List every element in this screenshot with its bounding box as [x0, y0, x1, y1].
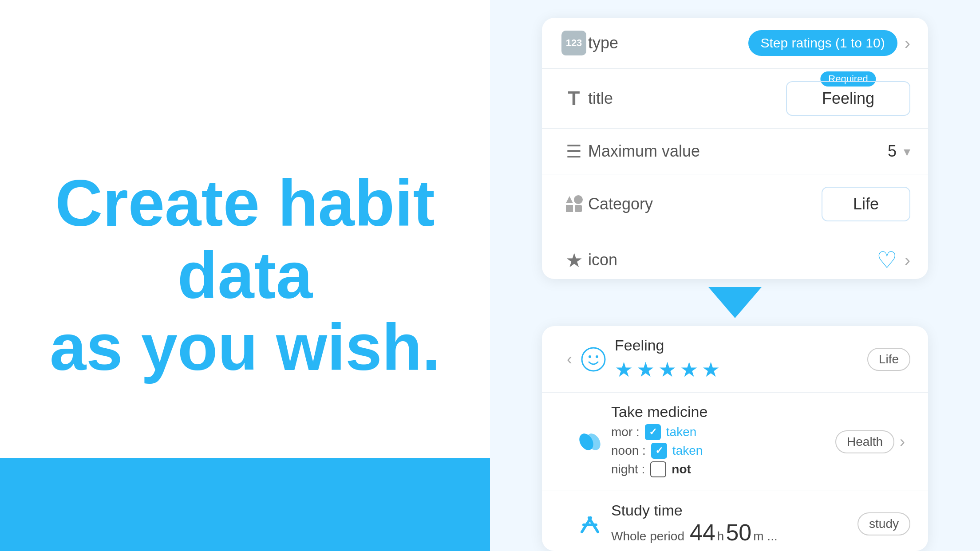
medicine-noon-row: noon : ✓ taken: [611, 443, 835, 459]
category-input[interactable]: Life: [822, 187, 910, 221]
night-status: not: [672, 462, 691, 476]
right-section: 123 type Step ratings (1 to 10) › T titl…: [490, 0, 980, 551]
arrow-down-icon: [708, 287, 762, 318]
noon-status: taken: [672, 444, 703, 458]
icon-row: ★ icon ♡ ›: [542, 234, 928, 279]
form-card: 123 type Step ratings (1 to 10) › T titl…: [542, 18, 928, 279]
type-value[interactable]: Step ratings (1 to 10) ›: [748, 30, 910, 56]
feeling-category-tag: Life: [867, 348, 910, 371]
icon-value[interactable]: ♡ ›: [877, 247, 910, 273]
night-checkbox[interactable]: [650, 461, 666, 477]
title-input-wrapper: Required Feeling: [786, 81, 910, 116]
text-icon: T: [568, 87, 580, 110]
study-content: Study time Whole period 44 h 50 m ...: [604, 502, 858, 546]
study-category-tag: study: [858, 512, 910, 535]
mor-checkbox[interactable]: ✓: [645, 424, 661, 440]
study-time-display: Whole period 44 h 50 m ...: [611, 519, 858, 546]
maxvalue-number: 5: [888, 142, 897, 161]
svg-rect-2: [566, 205, 573, 212]
icon-chevron-icon[interactable]: ›: [905, 250, 910, 270]
svg-point-5: [589, 355, 591, 358]
whole-period-label: Whole period: [611, 529, 684, 543]
hours-unit: h: [717, 529, 724, 543]
feeling-content: Feeling ★ ★ ★ ★ ★: [608, 337, 867, 382]
noon-label: noon :: [611, 444, 646, 458]
bottom-band: [0, 458, 490, 551]
prev-arrow-icon[interactable]: ‹: [560, 350, 579, 369]
star-4: ★: [680, 358, 698, 382]
medicine-night-row: night : not: [611, 461, 835, 477]
type-badge[interactable]: Step ratings (1 to 10): [748, 30, 897, 56]
title-value: Required Feeling: [786, 81, 910, 116]
star-5: ★: [702, 358, 720, 382]
svg-point-6: [596, 355, 598, 358]
title-icon-wrapper: T: [560, 87, 588, 110]
medicine-content: Take medicine mor : ✓ taken noon : ✓ tak…: [604, 403, 835, 480]
icon-label: icon: [588, 251, 877, 269]
star-3: ★: [658, 358, 676, 382]
medicine-category-tag: Health: [835, 430, 894, 453]
study-hours: 44: [690, 519, 715, 546]
maxvalue-value[interactable]: 5 ▾: [888, 142, 910, 161]
feeling-title: Feeling: [615, 337, 867, 354]
stars-container: ★ ★ ★ ★ ★: [615, 358, 867, 382]
hero-line1: Create habit data: [27, 167, 463, 312]
shapes-icon: [562, 193, 585, 216]
svg-rect-3: [575, 205, 582, 212]
feeling-row: ‹ Feeling ★ ★ ★ ★ ★: [542, 326, 928, 393]
category-label: Category: [588, 195, 822, 213]
maxvalue-dropdown-icon[interactable]: ▾: [904, 144, 910, 159]
medicine-row: Take medicine mor : ✓ taken noon : ✓ tak…: [542, 393, 928, 491]
maxvalue-row: ☰ Maximum value 5 ▾: [542, 129, 928, 174]
heart-icon: ♡: [877, 247, 897, 273]
study-row: Study time Whole period 44 h 50 m ... st…: [542, 491, 928, 551]
mor-status: taken: [666, 425, 697, 439]
title-input[interactable]: Feeling: [786, 81, 910, 116]
type-chevron-icon[interactable]: ›: [905, 33, 910, 53]
type-label: type: [588, 34, 748, 52]
left-section: Create habit data as you wish.: [0, 0, 490, 551]
svg-point-1: [574, 195, 583, 204]
medicine-title: Take medicine: [611, 403, 835, 421]
hero-text: Create habit data as you wish.: [0, 167, 490, 384]
category-icon-wrapper: [560, 193, 588, 216]
category-row: Category Life: [542, 174, 928, 234]
study-ellipsis: m ...: [753, 529, 777, 543]
medicine-chevron-icon: ›: [900, 433, 905, 451]
star-icon: ★: [565, 249, 583, 272]
feeling-icon: [579, 347, 608, 372]
noon-checkbox[interactable]: ✓: [651, 443, 667, 459]
maxvalue-icon-wrapper: ☰: [560, 141, 588, 161]
title-row: T title Required Feeling: [542, 69, 928, 129]
pill-icon: [577, 429, 602, 454]
medicine-nav-right[interactable]: ›: [894, 433, 910, 451]
study-minutes: 50: [726, 519, 751, 546]
tools-icon: [577, 512, 602, 536]
preview-card: ‹ Feeling ★ ★ ★ ★ ★: [542, 326, 928, 551]
number-icon: 123: [561, 31, 586, 55]
svg-marker-0: [566, 196, 573, 203]
smiley-icon: [581, 347, 606, 372]
medicine-mor-row: mor : ✓ taken: [611, 424, 835, 440]
hero-line2: as you wish.: [27, 311, 463, 384]
star-2: ★: [636, 358, 655, 382]
icon-icon-wrapper: ★: [560, 249, 588, 272]
study-icon: [576, 512, 604, 536]
night-label: night :: [611, 462, 645, 476]
type-row: 123 type Step ratings (1 to 10) ›: [542, 18, 928, 69]
star-1: ★: [615, 358, 633, 382]
type-icon-wrapper: 123: [560, 31, 588, 55]
title-label: title: [588, 89, 786, 108]
svg-point-4: [582, 348, 605, 371]
category-value[interactable]: Life: [822, 187, 910, 221]
mor-label: mor :: [611, 425, 640, 439]
list-icon: ☰: [566, 141, 582, 161]
maxvalue-label: Maximum value: [588, 142, 888, 161]
study-title: Study time: [611, 502, 858, 519]
medicine-icon: [576, 429, 604, 454]
